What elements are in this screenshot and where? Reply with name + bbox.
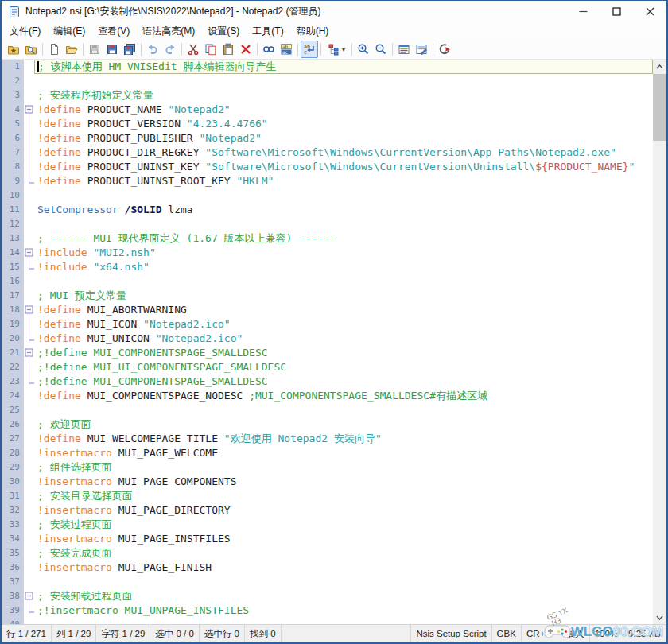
code-line[interactable]: 38; 安装卸载过程页面 xyxy=(2,589,653,603)
code-line[interactable]: 14!include "MUI2.nsh" xyxy=(2,246,653,260)
fold-margin xyxy=(24,88,34,103)
code-line[interactable]: 3; 安装程序初始定义常量 xyxy=(2,88,653,103)
fold-marker[interactable] xyxy=(24,303,34,317)
line-number: 8 xyxy=(2,160,24,174)
zoom-in-button[interactable] xyxy=(355,41,372,58)
undo-button[interactable] xyxy=(144,41,161,58)
code-line[interactable]: 15!include "x64.nsh" xyxy=(2,260,653,274)
status-encoding[interactable]: GBK xyxy=(492,625,522,642)
code-line[interactable]: 7!define PRODUCT_DIR_REGKEY "Software\Mi… xyxy=(2,145,653,160)
code-line[interactable]: 5!define PRODUCT_VERSION "4.23.4.4766" xyxy=(2,117,653,131)
fold-marker[interactable] xyxy=(24,589,34,603)
open-file-button[interactable] xyxy=(63,41,80,58)
redo-button[interactable] xyxy=(161,41,179,58)
customize-schemes-button[interactable] xyxy=(413,41,430,58)
code-line[interactable]: 40 xyxy=(2,618,653,624)
code-line[interactable]: 21;!define MUI_COMPONENTSPAGE_SMALLDESC xyxy=(2,346,653,360)
code-line[interactable]: 39;!insertmacro MUI_UNPAGE_INSTFILES xyxy=(2,603,653,618)
vertical-scrollbar[interactable] xyxy=(653,60,666,624)
code-line[interactable]: 22;!define MUI_UI_COMPONENTSPAGE_SMALLDE… xyxy=(2,360,653,374)
new-file-button[interactable] xyxy=(45,41,63,58)
code-line[interactable]: 35; 安装完成页面 xyxy=(2,546,653,561)
menu-tools[interactable]: 工具(T) xyxy=(246,22,289,40)
scroll-down-button[interactable] xyxy=(653,611,666,624)
code-view[interactable]: 1; 该脚本使用 HM VNISEdit 脚本编辑器向导产生23; 安装程序初始… xyxy=(2,60,653,624)
minimize-button[interactable] xyxy=(566,1,600,22)
status-scheme[interactable]: Nsis Setup Script xyxy=(411,625,491,642)
code-line[interactable]: 12 xyxy=(2,217,653,231)
delete-button[interactable] xyxy=(237,41,254,58)
menu-settings[interactable]: 设置(S) xyxy=(201,22,246,40)
status-insert-mode[interactable]: 插入 xyxy=(561,625,590,642)
scrollbar-thumb[interactable] xyxy=(653,74,666,141)
save-button[interactable] xyxy=(86,41,103,58)
scroll-up-button[interactable] xyxy=(653,60,666,73)
fold-marker[interactable] xyxy=(24,103,34,117)
status-line-ending[interactable]: CR+LF xyxy=(522,625,561,642)
close-button[interactable] xyxy=(633,1,666,22)
fold-marker[interactable] xyxy=(24,346,34,360)
word-wrap-button[interactable]: abc xyxy=(301,41,318,58)
code-line[interactable]: 4!define PRODUCT_NAME "Notepad2" xyxy=(2,103,653,117)
browse-folder-button[interactable] xyxy=(22,41,40,58)
code-line[interactable]: 26; 欢迎页面 xyxy=(2,417,653,432)
code-line[interactable]: 2 xyxy=(2,74,653,88)
save-as-button[interactable] xyxy=(103,41,121,58)
zoom-out-button[interactable] xyxy=(372,41,390,58)
fold-marker[interactable] xyxy=(24,246,34,260)
code-line[interactable]: 18!define MUI_ABORTWARNING xyxy=(2,303,653,317)
code-line[interactable]: 36!insertmacro MUI_PAGE_FINISH xyxy=(2,561,653,575)
code-line[interactable]: 30!insertmacro MUI_PAGE_COMPONENTS xyxy=(2,475,653,489)
fold-margin xyxy=(24,188,34,203)
fold-margin xyxy=(24,546,34,561)
menu-file[interactable]: 文件(F) xyxy=(3,22,47,40)
copy-button[interactable] xyxy=(202,41,219,58)
code-line[interactable]: 1; 该脚本使用 HM VNISEdit 脚本编辑器向导产生 xyxy=(2,60,653,74)
code-line[interactable]: 32!insertmacro MUI_PAGE_DIRECTORY xyxy=(2,503,653,518)
status-file-size[interactable]: 9.25 KB xyxy=(623,625,666,642)
code-line[interactable]: 17; MUI 预定义常量 xyxy=(2,289,653,303)
scheme-select-button[interactable]: ▾ xyxy=(324,41,349,58)
code-line[interactable]: 29; 组件选择页面 xyxy=(2,460,653,475)
replace-button[interactable]: abac xyxy=(278,41,295,58)
code-line[interactable]: 31; 安装目录选择页面 xyxy=(2,489,653,503)
code-line[interactable]: 34!insertmacro MUI_PAGE_INSTFILES xyxy=(2,532,653,546)
save-all-button[interactable] xyxy=(121,41,138,58)
code-line[interactable]: 27!define MUI_WELCOMEPAGE_TITLE "欢迎使用 No… xyxy=(2,432,653,446)
code-line[interactable]: 19!define MUI_ICON "Notepad2.ico" xyxy=(2,317,653,332)
menu-syntax-scheme[interactable]: 语法高亮(M) xyxy=(136,22,201,40)
code-line[interactable]: 23;!define MUI_COMPONENTSPAGE_SMALLDESC xyxy=(2,374,653,389)
cut-button[interactable] xyxy=(184,41,202,58)
code-line[interactable]: 25 xyxy=(2,403,653,417)
code-line[interactable]: 8!define PRODUCT_UNINST_KEY "Software\Mi… xyxy=(2,160,653,174)
code-line[interactable]: 9!define PRODUCT_UNINST_ROOT_KEY "HKLM" xyxy=(2,174,653,188)
paste-button[interactable] xyxy=(219,41,237,58)
view-options-button[interactable] xyxy=(395,41,413,58)
code-line[interactable]: 37 xyxy=(2,575,653,589)
menu-view[interactable]: 查看(V) xyxy=(91,22,136,40)
maximize-button[interactable] xyxy=(600,1,633,22)
exit-button[interactable] xyxy=(436,41,453,58)
code-line[interactable]: 33; 安装过程页面 xyxy=(2,518,653,532)
code-line[interactable]: 20!define MUI_UNICON "Notepad2.ico" xyxy=(2,332,653,346)
code-line[interactable]: 6!define PRODUCT_PUBLISHER "Notepad2" xyxy=(2,131,653,145)
editor-area[interactable]: 1; 该脚本使用 HM VNISEdit 脚本编辑器向导产生23; 安装程序初始… xyxy=(2,60,666,624)
line-number: 15 xyxy=(2,260,24,274)
code-line[interactable]: 16 xyxy=(2,274,653,289)
favorites-folder-button[interactable] xyxy=(5,41,22,58)
code-text: ; 欢迎页面 xyxy=(34,417,653,432)
code-line[interactable]: 24!define MUI_COMPONENTSPAGE_NODESC ;MUI… xyxy=(2,389,653,403)
replace-icon: abac xyxy=(280,43,293,56)
code-text: !insertmacro MUI_PAGE_COMPONENTS xyxy=(34,475,653,489)
code-line[interactable]: 13; ------ MUI 现代界面定义 (1.67 版本以上兼容) ----… xyxy=(2,231,653,246)
code-text: !include "x64.nsh" xyxy=(34,260,653,274)
status-zoom-level[interactable]: 100% xyxy=(590,625,623,642)
code-line[interactable]: 11SetCompressor /SOLID lzma xyxy=(2,203,653,217)
fold-marker xyxy=(24,145,34,160)
code-line[interactable]: 10 xyxy=(2,188,653,203)
menu-help[interactable]: 帮助(H) xyxy=(290,22,336,40)
menu-edit[interactable]: 编辑(E) xyxy=(47,22,91,40)
code-line[interactable]: 28!insertmacro MUI_PAGE_WELCOME xyxy=(2,446,653,460)
fold-marker xyxy=(24,332,34,346)
find-button[interactable] xyxy=(260,41,278,58)
